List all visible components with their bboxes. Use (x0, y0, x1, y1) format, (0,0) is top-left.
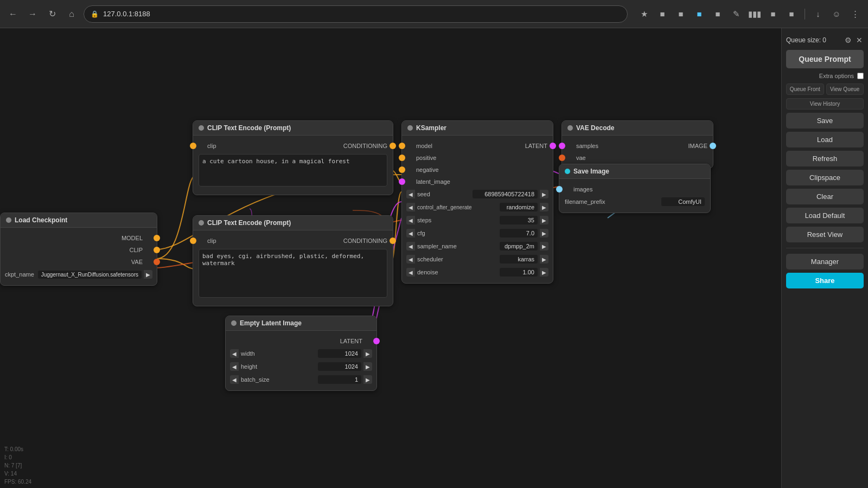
clip-output-label: CLIP (124, 247, 148, 253)
bookmark-button[interactable]: ★ (636, 7, 652, 22)
extension-8[interactable]: ■ (784, 7, 799, 22)
ksampler-sampler-prev[interactable]: ◀ (406, 242, 415, 251)
vae-decode-samples-input: samples IMAGE (562, 140, 713, 152)
clip-neg-clip-label: clip (202, 237, 222, 244)
ksampler-denoise-prev[interactable]: ◀ (406, 268, 415, 277)
queue-front-button[interactable]: Queue Front (786, 84, 824, 95)
canvas-area[interactable]: Load Checkpoint MODEL CLIP VAE ckpt_name… (0, 28, 868, 488)
save-image-filename-row: filename_prefix ComfyUI (559, 195, 710, 208)
queue-size-label: Queue size: 0 (786, 36, 826, 44)
ksampler-cfg-row: ◀ cfg 7.0 ▶ (402, 227, 553, 240)
view-history-button[interactable]: View History (786, 98, 864, 110)
ksampler-model-label: model (411, 143, 438, 149)
extension-3[interactable]: ■ (692, 7, 707, 22)
extension-1[interactable]: ■ (655, 7, 670, 22)
ksampler-steps-prev[interactable]: ◀ (406, 216, 415, 224)
refresh-button[interactable]: Refresh (786, 151, 864, 166)
status-line-4: V: 14 (4, 470, 31, 478)
queue-prompt-button[interactable]: Queue Prompt (786, 50, 864, 68)
menu-button[interactable]: ⋮ (847, 7, 863, 22)
view-queue-button[interactable]: View Queue (826, 84, 864, 95)
checkpoint-output-model: MODEL (1, 232, 157, 244)
manager-button[interactable]: Manager (786, 254, 864, 269)
extension-7[interactable]: ■ (765, 7, 781, 22)
extension-4[interactable]: ■ (710, 7, 725, 22)
ksampler-scheduler-prev[interactable]: ◀ (406, 255, 415, 264)
ksampler-positive-connector (399, 155, 405, 161)
address-bar[interactable]: 🔒 127.0.0.1:8188 (84, 5, 628, 23)
ksampler-scheduler-next[interactable]: ▶ (540, 255, 548, 264)
ksampler-seed-value: 689859405722418 (473, 190, 538, 198)
empty-latent-height-value: 1024 (318, 362, 361, 371)
vae-connector (154, 259, 160, 265)
node-empty-latent: Empty Latent Image LATENT ◀ width 1024 ▶… (225, 316, 377, 391)
vae-decode-vae-label: vae (571, 155, 591, 161)
ksampler-latent-output-label: LATENT (520, 143, 553, 149)
ksampler-denoise-value: 1.00 (500, 268, 538, 277)
node-save-image: Save Image images filename_prefix ComfyU… (559, 164, 711, 213)
save-image-title: Save Image (573, 168, 609, 175)
ksampler-seed-prev[interactable]: ◀ (406, 190, 415, 198)
ksampler-control-next[interactable]: ▶ (540, 203, 548, 211)
ksampler-control-row: ◀ control_after_generate randomize ▶ (402, 201, 553, 214)
node-clip-negative-body: clip CONDITIONING bad eyes, cgi, airbrus… (193, 230, 393, 306)
clip-pos-textarea[interactable]: a cute cartoon house, in a magical fores… (199, 154, 387, 187)
ksampler-control-value: randomize (500, 203, 538, 211)
ksampler-scheduler-value: karras (500, 255, 538, 264)
forward-button[interactable]: → (25, 7, 40, 22)
back-button[interactable]: ← (5, 7, 21, 22)
share-button[interactable]: Share (786, 273, 864, 288)
ksampler-control-prev[interactable]: ◀ (406, 203, 415, 211)
node-checkpoint: Load Checkpoint MODEL CLIP VAE ckpt_name… (0, 213, 157, 286)
clip-pos-dot (199, 125, 204, 131)
clip-pos-clip-label: clip (202, 143, 222, 149)
reset-view-button[interactable]: Reset View (786, 227, 864, 242)
model-connector (154, 235, 160, 241)
clip-connector (154, 247, 160, 253)
empty-latent-width-next[interactable]: ▶ (363, 349, 372, 358)
empty-latent-height-prev[interactable]: ◀ (230, 362, 239, 371)
empty-latent-width-label: width (241, 350, 316, 357)
queue-close-btn[interactable]: ✕ (855, 35, 864, 46)
extra-options-checkbox[interactable] (857, 73, 864, 79)
vae-decode-dot (567, 125, 573, 131)
extension-2[interactable]: ■ (673, 7, 688, 22)
node-vae-decode-body: samples IMAGE vae (562, 136, 713, 168)
empty-latent-batch-next[interactable]: ▶ (363, 375, 372, 384)
save-button[interactable]: Save (786, 113, 864, 129)
node-ksampler-body: model LATENT positive negative latent_im… (402, 136, 553, 283)
checkpoint-output-vae: VAE (1, 256, 157, 268)
empty-latent-batch-row: ◀ batch_size 1 ▶ (226, 373, 376, 386)
ckpt-name-next[interactable]: ▶ (144, 270, 152, 279)
reload-button[interactable]: ↻ (44, 7, 60, 22)
ksampler-cfg-next[interactable]: ▶ (540, 229, 548, 237)
empty-latent-height-label: height (241, 363, 316, 370)
clear-button[interactable]: Clear (786, 189, 864, 204)
clipspace-button[interactable]: Clipspace (786, 170, 864, 185)
filename-prefix-label: filename_prefix (565, 198, 659, 205)
ksampler-steps-next[interactable]: ▶ (540, 216, 548, 224)
ksampler-sampler-next[interactable]: ▶ (540, 242, 548, 251)
extension-6[interactable]: ▮▮▮ (747, 7, 762, 22)
ksampler-cfg-label: cfg (417, 230, 497, 236)
status-line-2: I: 0 (4, 453, 31, 461)
empty-latent-width-prev[interactable]: ◀ (230, 349, 239, 358)
clip-neg-textarea[interactable]: bad eyes, cgi, airbrushed, plastic, defo… (199, 249, 387, 298)
extension-5[interactable]: ✎ (729, 7, 744, 22)
ksampler-cfg-prev[interactable]: ◀ (406, 229, 415, 237)
load-button[interactable]: Load (786, 132, 864, 147)
node-clip-positive-header: CLIP Text Encode (Prompt) (193, 121, 393, 136)
download-button[interactable]: ↓ (810, 7, 826, 22)
queue-settings-btn[interactable]: ⚙ (844, 35, 853, 46)
ksampler-seed-next[interactable]: ▶ (540, 190, 548, 198)
empty-latent-height-next[interactable]: ▶ (363, 362, 372, 371)
empty-latent-width-row: ◀ width 1024 ▶ (226, 347, 376, 360)
ksampler-title: KSampler (416, 124, 446, 132)
ksampler-scheduler-label: scheduler (417, 256, 497, 262)
empty-latent-batch-prev[interactable]: ◀ (230, 375, 239, 384)
load-default-button[interactable]: Load Default (786, 208, 864, 223)
ksampler-sampler-label: sampler_name (417, 243, 497, 249)
profile-button[interactable]: ☺ (829, 7, 844, 22)
home-button[interactable]: ⌂ (64, 7, 79, 22)
ksampler-denoise-next[interactable]: ▶ (540, 268, 548, 277)
